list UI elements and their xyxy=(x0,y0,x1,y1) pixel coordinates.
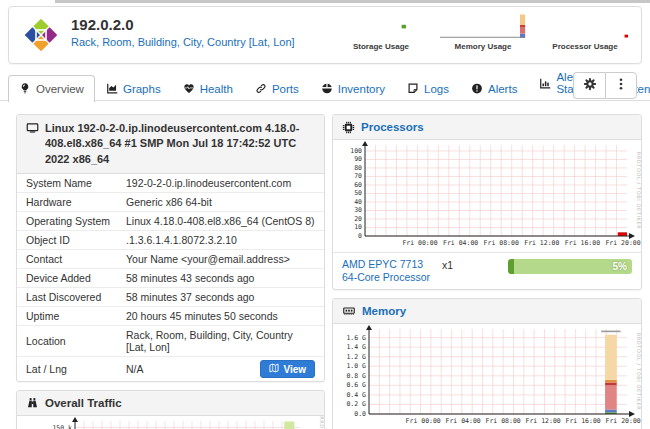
svg-text:30: 30 xyxy=(354,206,362,214)
heart-icon xyxy=(183,82,195,95)
device-settings-button[interactable] xyxy=(573,72,605,99)
ram-icon xyxy=(342,305,356,317)
table-row-latlng: Lat / Lng N/A View xyxy=(17,356,324,381)
svg-text:1.0 G: 1.0 G xyxy=(346,362,366,370)
tab-alerts[interactable]: Alerts xyxy=(460,75,528,101)
table-row: ContactYour Name <your@email.address> xyxy=(17,249,324,268)
device-name: 192.0.2.0 xyxy=(71,16,134,33)
sticky-note-icon xyxy=(407,82,419,95)
processor-usage-label: Processor Usage xyxy=(539,42,631,51)
svg-text:0.4 G: 0.4 G xyxy=(346,391,366,399)
tab-inventory[interactable]: Inventory xyxy=(310,75,396,101)
view-map-button[interactable]: View xyxy=(260,360,315,378)
table-row: LocationRack, Room, Building, City, Coun… xyxy=(17,325,324,356)
area-chart-icon xyxy=(106,82,118,95)
table-row: Device Added58 minutes 43 seconds ago xyxy=(17,268,324,287)
tab-logs[interactable]: Logs xyxy=(396,75,460,101)
binoculars-icon xyxy=(26,397,39,409)
mini-graphs: Storage Usage Memory Usage Processor Usa… xyxy=(335,13,631,51)
memory-header[interactable]: Memory xyxy=(333,299,641,324)
package-icon xyxy=(321,82,333,95)
map-icon xyxy=(269,363,279,375)
svg-text:Fri 04:00: Fri 04:00 xyxy=(443,239,478,247)
svg-text:70: 70 xyxy=(354,172,362,180)
overall-traffic-graph[interactable]: 050 k100 k150 kRRDTOOL / TOBI OETIKER xyxy=(17,416,324,429)
memory-panel: Memory 0.00.2 G0.4 G0.6 G0.8 G1.0 G1.2 G… xyxy=(332,298,642,429)
top-edge xyxy=(55,0,650,3)
memory-usage-label: Memory Usage xyxy=(437,42,529,51)
tab-graphs[interactable]: Graphs xyxy=(95,75,172,101)
svg-text:1.6 G: 1.6 G xyxy=(346,334,366,342)
svg-text:20: 20 xyxy=(354,215,362,223)
svg-text:Fri 08:00: Fri 08:00 xyxy=(484,239,519,247)
svg-text:0: 0 xyxy=(358,232,362,240)
processors-graph[interactable]: 0102030405060708090100Fri 00:00Fri 04:00… xyxy=(333,140,641,252)
processors-header[interactable]: Processors xyxy=(333,115,641,140)
memory-title: Memory xyxy=(362,305,406,317)
system-info-table: System Name192-0-2-0.ip.linodeuserconten… xyxy=(17,174,324,381)
table-row: System Name192-0-2-0.ip.linodeuserconten… xyxy=(17,174,324,192)
storage-usage-label: Storage Usage xyxy=(335,42,427,51)
device-tabs: Overview Graphs Health Ports Inventory xyxy=(0,71,650,101)
svg-text:Fri 00:00: Fri 00:00 xyxy=(402,239,437,247)
svg-text:150 k: 150 k xyxy=(52,424,72,429)
tab-overview[interactable]: Overview xyxy=(8,75,95,102)
table-row: Object ID.1.3.6.1.4.1.8072.3.2.10 xyxy=(17,230,324,249)
svg-text:Fri 04:00: Fri 04:00 xyxy=(446,417,481,425)
svg-text:Fri 16:00: Fri 16:00 xyxy=(566,417,601,425)
svg-text:RRDTOOL / TOBI OETIKER: RRDTOOL / TOBI OETIKER xyxy=(636,333,642,411)
cpu-usage-value: 5% xyxy=(613,259,627,274)
cpu-count: x1 xyxy=(442,258,480,271)
tab-health[interactable]: Health xyxy=(172,75,244,101)
processor-usage-sparkline[interactable] xyxy=(542,13,628,41)
processors-panel: Processors 0102030405060708090100Fri 00:… xyxy=(332,114,642,290)
processor-usage-mini[interactable]: Processor Usage xyxy=(539,13,631,51)
overall-traffic-title: Overall Traffic xyxy=(45,397,122,409)
tab-ports[interactable]: Ports xyxy=(244,75,310,101)
overall-traffic-panel: Overall Traffic 050 k100 k150 kRRDTOOL /… xyxy=(16,390,325,429)
centos-logo-icon xyxy=(21,15,61,55)
svg-text:60: 60 xyxy=(354,181,362,189)
svg-text:Fri 12:00: Fri 12:00 xyxy=(524,239,559,247)
memory-usage-mini[interactable]: Memory Usage xyxy=(437,13,529,51)
tab-controls xyxy=(573,72,637,99)
memory-graph[interactable]: 0.00.2 G0.4 G0.6 G0.8 G1.0 G1.2 G1.4 G1.… xyxy=(333,324,641,429)
svg-text:0.2 G: 0.2 G xyxy=(346,401,366,409)
system-info-panel: Linux 192-0-2-0.ip.linodeusercontent.com… xyxy=(16,114,325,382)
svg-text:1.2 G: 1.2 G xyxy=(346,353,366,361)
overall-traffic-header: Overall Traffic xyxy=(17,391,324,416)
table-row: HardwareGeneric x86 64-bit xyxy=(17,192,324,211)
cpu-name-link[interactable]: AMD EPYC 7713 64-Core Processor xyxy=(342,258,442,284)
processors-title: Processors xyxy=(361,121,424,133)
svg-text:Fri 16:00: Fri 16:00 xyxy=(565,239,600,247)
svg-text:Fri 12:00: Fri 12:00 xyxy=(526,417,561,425)
device-location-link[interactable]: Rack, Room, Building, City, Country [Lat… xyxy=(71,36,295,48)
svg-text:100: 100 xyxy=(350,147,362,155)
tv-icon xyxy=(26,122,39,167)
cpu-row: AMD EPYC 7713 64-Core Processor x1 5% xyxy=(333,252,641,289)
svg-text:10: 10 xyxy=(354,223,362,231)
svg-text:80: 80 xyxy=(354,164,362,172)
microchip-icon xyxy=(342,121,355,134)
lightbulb-icon xyxy=(19,82,31,95)
svg-text:0.6 G: 0.6 G xyxy=(346,382,366,390)
cpu-usage-fill xyxy=(508,259,514,274)
svg-text:Fri 20:00: Fri 20:00 xyxy=(605,239,640,247)
svg-text:Fri 20:00: Fri 20:00 xyxy=(606,417,641,425)
svg-text:50: 50 xyxy=(354,189,362,197)
table-row: Last Discovered58 minutes 37 seconds ago xyxy=(17,287,324,306)
storage-usage-mini[interactable]: Storage Usage xyxy=(335,13,427,51)
gear-icon xyxy=(583,77,597,94)
system-description: Linux 192-0-2-0.ip.linodeusercontent.com… xyxy=(45,121,315,167)
svg-text:40: 40 xyxy=(354,198,362,206)
svg-text:Fri 00:00: Fri 00:00 xyxy=(406,417,441,425)
svg-text:0.8 G: 0.8 G xyxy=(346,372,366,380)
svg-text:90: 90 xyxy=(354,155,362,163)
memory-usage-sparkline[interactable] xyxy=(440,13,526,41)
table-row: Operating SystemLinux 4.18.0-408.el8.x86… xyxy=(17,211,324,230)
storage-usage-sparkline[interactable] xyxy=(338,13,424,41)
svg-text:RRDTOOL / TOBI OETIKER: RRDTOOL / TOBI OETIKER xyxy=(636,152,642,230)
device-header: 192.0.2.0 Rack, Room, Building, City, Co… xyxy=(8,6,642,64)
device-actions-menu-button[interactable] xyxy=(605,72,637,99)
svg-text:RRDTOOL / TOBI OETIKER: RRDTOOL / TOBI OETIKER xyxy=(319,416,324,429)
